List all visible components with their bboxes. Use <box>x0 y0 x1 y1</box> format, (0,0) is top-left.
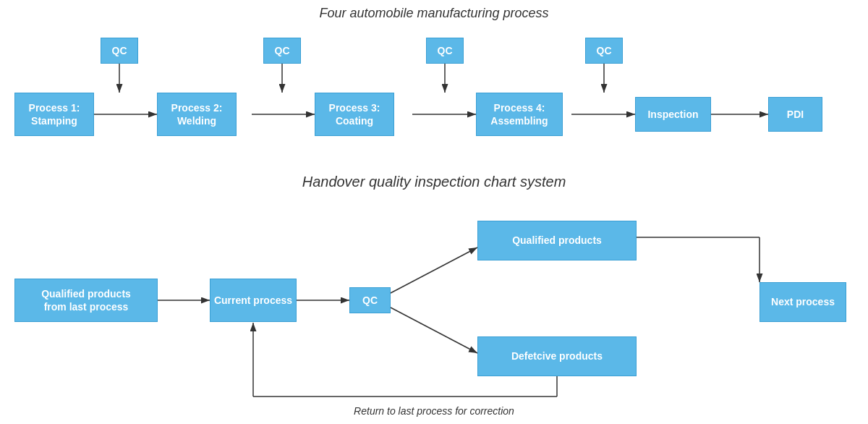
qualified-from-last-box: Qualified productsfrom last process <box>14 279 158 322</box>
main-diagram: Four automobile manufacturing process <box>0 0 868 424</box>
process-box-coating: Process 3:Coating <box>315 93 394 136</box>
pdi-box: PDI <box>768 97 822 132</box>
qc-box-4: QC <box>585 38 623 64</box>
inspection-box: Inspection <box>635 97 711 132</box>
current-process-box: Current process <box>210 279 297 322</box>
return-label: Return to last process for correction <box>0 405 868 417</box>
process-box-assembling: Process 4:Assembling <box>476 93 563 136</box>
process-box-stamping: Process 1:Stamping <box>14 93 94 136</box>
defective-products-box: Defetcive products <box>477 336 637 376</box>
top-title: Four automobile manufacturing process <box>0 6 868 21</box>
qualified-products-box: Qualified products <box>477 221 637 260</box>
svg-line-13 <box>391 308 477 353</box>
qc-box-3: QC <box>426 38 464 64</box>
qc-box-2: QC <box>263 38 301 64</box>
svg-line-12 <box>391 247 477 293</box>
qc-box-bottom: QC <box>349 287 391 313</box>
bottom-title: Handover quality inspection chart system <box>0 174 868 190</box>
process-box-welding: Process 2:Welding <box>157 93 237 136</box>
next-process-box: Next process <box>760 282 846 322</box>
qc-box-1: QC <box>101 38 138 64</box>
